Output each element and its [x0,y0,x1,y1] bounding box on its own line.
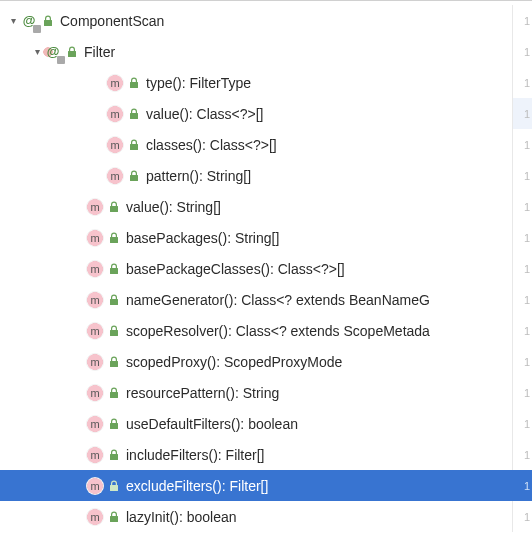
lock-icon [108,293,120,307]
node-label: basePackageClasses(): Class<?>[] [126,261,345,277]
gutter-marker: 1 [512,36,532,67]
lock-icon [42,14,54,28]
node-label: pattern(): String[] [146,168,251,184]
gutter-marker: 1 [512,191,532,222]
lock-icon [108,448,120,462]
tree-node-method[interactable]: mvalue(): Class<?>[]1 [0,98,532,129]
node-label: ComponentScan [60,13,164,29]
node-label: basePackages(): String[] [126,230,279,246]
node-label: Filter [84,44,115,60]
node-label: lazyInit(): boolean [126,509,237,525]
method-icon: m [86,508,104,526]
method-icon: m [86,477,104,495]
gutter-marker: 1 [512,98,532,129]
tree-node-method[interactable]: mscopeResolver(): Class<? extends ScopeM… [0,315,532,346]
method-icon: m [86,198,104,216]
method-icon: m [106,136,124,154]
lock-icon [108,231,120,245]
node-label: resourcePattern(): String [126,385,279,401]
method-icon: m [106,167,124,185]
tree-node-method[interactable]: mbasePackages(): String[]1 [0,222,532,253]
node-label: useDefaultFilters(): boolean [126,416,298,432]
tree-node-filter[interactable]: ▾ @ Filter 1 [0,36,532,67]
node-label: scopeResolver(): Class<? extends ScopeMe… [126,323,430,339]
tree-node-method[interactable]: mtype(): FilterType1 [0,67,532,98]
lock-icon [128,169,140,183]
node-label: value(): String[] [126,199,221,215]
tree-node-method[interactable]: mvalue(): String[]1 [0,191,532,222]
lock-icon [108,324,120,338]
method-icon: m [86,322,104,340]
node-label: value(): Class<?>[] [146,106,264,122]
lock-icon [108,200,120,214]
method-icon: m [106,74,124,92]
node-label: includeFilters(): Filter[] [126,447,264,463]
lock-icon [108,417,120,431]
method-icon: m [86,384,104,402]
lock-icon [108,386,120,400]
tree-node-method[interactable]: mnameGenerator(): Class<? extends BeanNa… [0,284,532,315]
tree-node-method[interactable]: mincludeFilters(): Filter[]1 [0,439,532,470]
gutter-marker: 1 [512,377,532,408]
chevron-down-icon[interactable]: ▾ [6,15,20,26]
node-label: classes(): Class<?>[] [146,137,277,153]
gutter-marker: 1 [512,129,532,160]
lock-icon [128,107,140,121]
node-label: scopedProxy(): ScopedProxyMode [126,354,342,370]
method-icon: m [106,105,124,123]
method-icon: m [86,415,104,433]
gutter-marker: 1 [512,67,532,98]
chevron-down-icon[interactable]: ▾ [30,46,44,57]
node-label: type(): FilterType [146,75,251,91]
gutter-marker: 1 [512,5,532,36]
lock-icon [128,76,140,90]
method-icon: m [86,353,104,371]
gutter-marker: 1 [512,408,532,439]
node-label: nameGenerator(): Class<? extends BeanNam… [126,292,430,308]
tree-node-method[interactable]: museDefaultFilters(): boolean1 [0,408,532,439]
annotation-icon: @ [20,12,38,30]
method-icon: m [86,446,104,464]
lock-icon [108,479,120,493]
tree-node-method[interactable]: mresourcePattern(): String1 [0,377,532,408]
gutter-marker: 1 [512,470,532,501]
lock-icon [108,510,120,524]
gutter-marker: 1 [512,222,532,253]
lock-icon [66,45,78,59]
gutter-marker: 1 [512,160,532,191]
gutter-marker: 1 [512,439,532,470]
lock-icon [108,262,120,276]
structure-tree[interactable]: ▾ @ ComponentScan 1 ▾ @ Filter 1 mtype()… [0,1,532,532]
method-icon: m [86,260,104,278]
gutter-marker: 1 [512,253,532,284]
lock-icon [108,355,120,369]
gutter-marker: 1 [512,501,532,532]
tree-node-method[interactable]: mscopedProxy(): ScopedProxyMode1 [0,346,532,377]
tree-node-componentscan[interactable]: ▾ @ ComponentScan 1 [0,5,532,36]
tree-node-method[interactable]: mexcludeFilters(): Filter[]1 [0,470,532,501]
node-label: excludeFilters(): Filter[] [126,478,268,494]
tree-node-method[interactable]: mpattern(): String[]1 [0,160,532,191]
method-icon: m [86,291,104,309]
gutter-marker: 1 [512,346,532,377]
gutter-marker: 1 [512,284,532,315]
annotation-icon: @ [44,43,62,61]
tree-node-method[interactable]: mclasses(): Class<?>[]1 [0,129,532,160]
lock-icon [128,138,140,152]
tree-node-method[interactable]: mbasePackageClasses(): Class<?>[]1 [0,253,532,284]
method-icon: m [86,229,104,247]
gutter-marker: 1 [512,315,532,346]
tree-node-method[interactable]: mlazyInit(): boolean1 [0,501,532,532]
